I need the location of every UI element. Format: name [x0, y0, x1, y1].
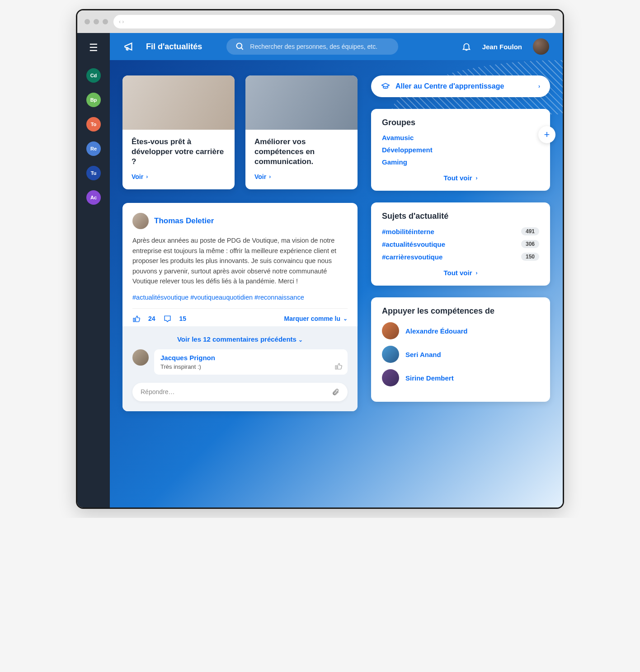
topic-count: 150 [521, 253, 539, 261]
traffic-lights [85, 19, 108, 24]
learning-card[interactable]: Améliorer vos compétences en communicati… [245, 75, 358, 189]
mark-as-read-button[interactable]: Marquer comme lu⌄ [284, 315, 348, 322]
thumbs-up-icon[interactable] [132, 315, 140, 323]
person-avatar [382, 322, 399, 339]
topic-count: 491 [521, 227, 539, 235]
see-all-topics-link[interactable]: Tout voir› [382, 269, 539, 277]
comment-author-avatar[interactable] [132, 349, 149, 366]
search-icon [235, 42, 245, 51]
chevron-right-icon: › [476, 175, 478, 181]
topic-count: 306 [521, 240, 539, 248]
chevron-down-icon: ⌄ [343, 315, 348, 322]
feed-post: Thomas Deletier Après deux années au pos… [122, 203, 358, 411]
learning-center-button[interactable]: Aller au Centre d'apprentissage › [371, 75, 550, 97]
megaphone-icon [123, 41, 135, 52]
topics-panel: Sujets d'actualité #mobilitéinterne491 #… [371, 202, 550, 286]
person-avatar [382, 346, 399, 363]
like-count[interactable]: 24 [148, 315, 155, 322]
current-user-avatar[interactable] [533, 38, 549, 55]
chevron-right-icon: › [476, 270, 478, 276]
reply-input[interactable]: Répondre… [132, 383, 348, 401]
card-image [122, 75, 235, 130]
sidebar-avatar[interactable]: Tu [86, 166, 101, 180]
sidebar-avatar[interactable]: Re [86, 141, 101, 156]
card-image [245, 75, 358, 130]
person-item[interactable]: Seri Anand [382, 346, 539, 363]
group-link[interactable]: Avamusic [382, 134, 539, 141]
post-author-avatar[interactable] [132, 213, 149, 229]
thumbs-up-icon[interactable] [334, 362, 342, 370]
paperclip-icon[interactable] [332, 388, 339, 396]
browser-urlbar[interactable]: ‹ › [113, 15, 555, 28]
left-sidebar: ☰ Cd Bp To Re Tu Ac [77, 33, 110, 508]
person-name: Alexandre Édouard [405, 327, 468, 335]
comment-count[interactable]: 15 [179, 315, 187, 322]
person-item[interactable]: Sirine Dembert [382, 369, 539, 386]
menu-toggle-icon[interactable]: ☰ [89, 42, 98, 54]
person-avatar [382, 369, 399, 386]
post-hashtags[interactable]: #actualitésvoutique #voutiqueauquotidien… [132, 294, 348, 301]
topic-link[interactable]: #actualitésvoutique [382, 240, 445, 248]
sidebar-avatar[interactable]: Ac [86, 190, 101, 205]
panel-title: Sujets d'actualité [382, 211, 539, 221]
post-body-text: Après deux années au poste de PDG de Vou… [132, 235, 348, 286]
search-bar[interactable] [226, 38, 398, 55]
nav-arrows[interactable]: ‹ › [119, 19, 124, 25]
sidebar-avatar[interactable]: To [86, 117, 101, 132]
person-name: Seri Anand [405, 351, 441, 358]
chevron-right-icon: › [538, 83, 540, 89]
group-link[interactable]: Gaming [382, 158, 539, 166]
card-view-link[interactable]: Voir› [132, 173, 226, 180]
graduation-cap-icon [381, 82, 390, 91]
group-link[interactable]: Développement [382, 146, 539, 154]
search-input[interactable] [250, 43, 389, 50]
card-title: Améliorer vos compétences en communicati… [254, 137, 348, 167]
comment-text: Très inspirant :) [160, 363, 341, 370]
card-title: Êtes-vous prêt à développer votre carriè… [132, 137, 226, 167]
panel-title: Groupes [382, 118, 539, 127]
comment-author-name[interactable]: Jacques Prignon [160, 354, 341, 362]
svg-line-1 [241, 48, 243, 50]
current-user-name[interactable]: Jean Foulon [482, 43, 522, 51]
comment-icon[interactable] [164, 315, 171, 323]
browser-titlebar: ‹ › [77, 10, 563, 33]
endorse-panel: Appuyer les compétences de Alexandre Édo… [371, 297, 550, 402]
groups-panel: + Groupes Avamusic Développement Gaming … [371, 109, 550, 191]
notification-bell-icon[interactable] [461, 42, 471, 52]
card-view-link[interactable]: Voir› [254, 173, 348, 180]
person-name: Sirine Dembert [405, 374, 454, 382]
see-all-groups-link[interactable]: Tout voir› [382, 174, 539, 182]
sidebar-avatar[interactable]: Cd [86, 68, 101, 83]
post-author-name[interactable]: Thomas Deletier [154, 216, 214, 226]
reply-placeholder: Répondre… [141, 388, 175, 395]
learning-card[interactable]: Êtes-vous prêt à développer votre carriè… [122, 75, 235, 189]
person-item[interactable]: Alexandre Édouard [382, 322, 539, 339]
chevron-right-icon: › [146, 174, 148, 180]
svg-point-0 [237, 43, 242, 49]
comment-item: Jacques Prignon Très inspirant :) [132, 349, 348, 375]
topic-link[interactable]: #mobilitéinterne [382, 228, 434, 235]
chevron-down-icon: ⌄ [298, 337, 303, 343]
page-title: Fil d'actualités [146, 42, 202, 52]
topic-link[interactable]: #carrièresvoutique [382, 253, 442, 261]
view-more-comments-link[interactable]: Voir les 12 commentaires précédents ⌄ [132, 334, 348, 349]
app-header: Fil d'actualités Jean Foulon [110, 33, 563, 60]
chevron-right-icon: › [269, 174, 271, 180]
sidebar-avatar[interactable]: Bp [86, 93, 101, 107]
add-group-button[interactable]: + [538, 126, 555, 143]
panel-title: Appuyer les compétences de [382, 306, 539, 316]
